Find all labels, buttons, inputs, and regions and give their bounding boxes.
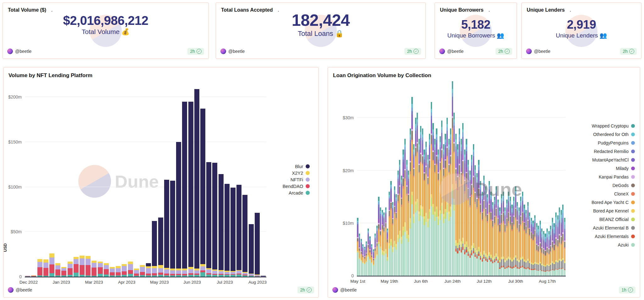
bar[interactable] xyxy=(242,195,247,277)
bar[interactable] xyxy=(43,259,48,277)
bar[interactable] xyxy=(497,200,499,276)
bar[interactable] xyxy=(359,234,360,276)
author-link[interactable]: @beetle xyxy=(8,287,32,293)
bar[interactable] xyxy=(389,192,390,276)
bar[interactable] xyxy=(457,144,458,276)
bar[interactable] xyxy=(504,207,506,276)
bar[interactable] xyxy=(476,173,478,276)
bar[interactable] xyxy=(490,192,491,276)
bar[interactable] xyxy=(368,229,369,276)
bar[interactable] xyxy=(396,194,397,276)
bar[interactable] xyxy=(122,264,127,277)
bar[interactable] xyxy=(261,276,266,277)
bar[interactable] xyxy=(415,118,416,276)
bar[interactable] xyxy=(459,128,460,276)
bar[interactable] xyxy=(540,221,541,276)
bar[interactable] xyxy=(212,163,217,277)
legend-item-benddao[interactable]: BendDAO xyxy=(283,183,310,190)
bar[interactable] xyxy=(68,262,73,277)
bar[interactable] xyxy=(511,205,513,276)
bar[interactable] xyxy=(503,192,504,276)
bar[interactable] xyxy=(80,256,85,277)
bar[interactable] xyxy=(561,210,562,276)
bar[interactable] xyxy=(375,234,376,276)
bar[interactable] xyxy=(92,261,97,277)
bar[interactable] xyxy=(555,212,557,276)
bar[interactable] xyxy=(188,102,193,277)
bar[interactable] xyxy=(390,181,391,276)
bar[interactable] xyxy=(436,128,437,276)
bar[interactable] xyxy=(538,226,539,276)
legend-item-degods[interactable]: DeGods xyxy=(591,181,635,190)
bar[interactable] xyxy=(431,102,432,276)
bar[interactable] xyxy=(404,139,406,276)
legend-item-x2y2[interactable]: X2Y2 xyxy=(283,170,310,176)
bar[interactable] xyxy=(371,244,372,276)
legend-item-beanz-official[interactable]: BEANZ Official xyxy=(591,215,635,224)
bar[interactable] xyxy=(200,109,205,277)
bar[interactable] xyxy=(519,207,520,276)
legend-item-arcade[interactable]: Arcade xyxy=(283,190,310,196)
bar[interactable] xyxy=(462,123,464,276)
bar[interactable] xyxy=(413,144,414,276)
bar[interactable] xyxy=(552,218,553,276)
bar[interactable] xyxy=(480,181,481,276)
bar[interactable] xyxy=(524,205,525,276)
bar[interactable] xyxy=(236,185,242,277)
bar[interactable] xyxy=(527,202,529,276)
bar[interactable] xyxy=(402,150,404,276)
bar[interactable] xyxy=(366,241,367,276)
bar[interactable] xyxy=(550,226,551,276)
bar[interactable] xyxy=(473,144,474,276)
legend-item-kanpai-pandas[interactable]: Kanpai Pandas xyxy=(591,173,635,181)
bar[interactable] xyxy=(545,234,546,276)
bar[interactable] xyxy=(448,139,450,276)
bar[interactable] xyxy=(548,231,550,276)
bar[interactable] xyxy=(380,207,381,276)
bar[interactable] xyxy=(429,134,430,276)
bar[interactable] xyxy=(434,139,436,276)
bar[interactable] xyxy=(425,142,427,276)
legend-item-pudgypenguins[interactable]: PudgyPenguins xyxy=(591,139,635,147)
bar[interactable] xyxy=(98,262,103,277)
legend-item-bored-ape-yacht-c[interactable]: Bored Ape Yacht C xyxy=(591,198,635,207)
bar[interactable] xyxy=(536,223,537,276)
bar[interactable] xyxy=(110,267,115,277)
bar[interactable] xyxy=(464,150,465,276)
bar[interactable] xyxy=(422,128,423,276)
bar[interactable] xyxy=(55,263,60,277)
legend-item-azuki[interactable]: Azuki xyxy=(591,241,635,249)
bar[interactable] xyxy=(489,181,490,276)
bar[interactable] xyxy=(387,229,388,276)
bar[interactable] xyxy=(534,215,536,276)
chart-title[interactable]: Loan Origination Volume by Collection xyxy=(333,72,431,79)
bar[interactable] xyxy=(466,139,467,276)
bar[interactable] xyxy=(562,205,564,276)
legend-item-mutantapeyachtcl[interactable]: MutantApeYachtCl xyxy=(591,156,635,164)
bar[interactable] xyxy=(104,263,109,277)
bar[interactable] xyxy=(453,113,455,276)
author-link[interactable]: @beetle xyxy=(332,287,357,293)
bar[interactable] xyxy=(450,128,451,276)
bar[interactable] xyxy=(373,249,374,276)
bar[interactable] xyxy=(475,165,476,276)
bar[interactable] xyxy=(532,221,534,276)
bar[interactable] xyxy=(455,134,457,276)
bar[interactable] xyxy=(432,123,434,276)
bar[interactable] xyxy=(164,180,169,277)
bar[interactable] xyxy=(447,118,448,276)
kpi-title[interactable]: Unique Borrowers xyxy=(440,7,484,13)
bar[interactable] xyxy=(506,200,508,276)
bar[interactable] xyxy=(427,155,429,276)
kpi-title[interactable]: Unique Lenders xyxy=(527,7,565,13)
bar[interactable] xyxy=(564,218,565,276)
bar[interactable] xyxy=(406,160,408,276)
bar[interactable] xyxy=(37,259,42,277)
bar[interactable] xyxy=(401,176,402,276)
bar[interactable] xyxy=(461,139,462,276)
bar[interactable] xyxy=(522,192,523,276)
author-link[interactable]: @beetle xyxy=(220,48,245,54)
bar[interactable] xyxy=(392,202,393,276)
refresh-badge[interactable]: 2h✓ xyxy=(187,48,204,55)
bar[interactable] xyxy=(383,212,385,276)
